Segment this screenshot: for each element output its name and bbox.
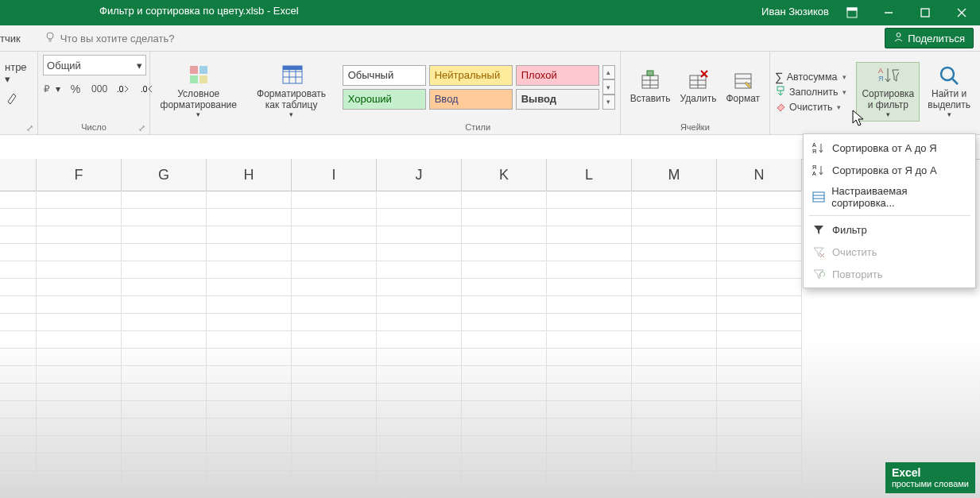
cell[interactable]: [292, 330, 377, 349]
cell[interactable]: [292, 348, 377, 366]
style-normal[interactable]: Обычный: [343, 65, 426, 86]
cell[interactable]: [377, 313, 462, 331]
cell[interactable]: [547, 208, 632, 226]
cell[interactable]: [37, 243, 122, 261]
cell[interactable]: [0, 365, 37, 384]
accounting-format-button[interactable]: ₽▾: [43, 80, 60, 98]
col-header-I[interactable]: I: [292, 159, 377, 191]
cell[interactable]: [717, 261, 802, 279]
cell[interactable]: [0, 191, 37, 209]
cell[interactable]: [0, 208, 37, 226]
cell[interactable]: [0, 295, 37, 314]
cell[interactable]: [547, 453, 632, 471]
cell[interactable]: [632, 400, 717, 419]
cell[interactable]: [37, 365, 122, 384]
col-header-J[interactable]: J: [377, 159, 462, 191]
cell[interactable]: [632, 330, 717, 349]
cell[interactable]: [122, 470, 207, 488]
cell[interactable]: [377, 278, 462, 296]
format-cells-button[interactable]: Формат: [721, 68, 765, 106]
cell[interactable]: [0, 400, 37, 419]
cell[interactable]: [0, 348, 37, 366]
cell[interactable]: [292, 400, 377, 419]
cell[interactable]: [0, 418, 37, 436]
cell[interactable]: [292, 313, 377, 331]
cell[interactable]: [207, 400, 292, 419]
cell[interactable]: [377, 383, 462, 401]
cell[interactable]: [122, 453, 207, 471]
cell[interactable]: [122, 191, 207, 209]
cell[interactable]: [37, 383, 122, 401]
cell[interactable]: [122, 400, 207, 419]
col-header-F[interactable]: F: [37, 159, 122, 191]
cell[interactable]: [377, 348, 462, 366]
cell[interactable]: [292, 191, 377, 209]
cell[interactable]: [632, 313, 717, 331]
fill-button[interactable]: Заполнить▾: [775, 85, 846, 98]
cell[interactable]: [547, 348, 632, 366]
cell[interactable]: [292, 365, 377, 384]
gallery-expand-icon[interactable]: ▾: [602, 95, 615, 110]
cells-grid[interactable]: [0, 191, 802, 498]
cell[interactable]: [292, 470, 377, 488]
cell[interactable]: [37, 313, 122, 331]
cell[interactable]: [717, 365, 802, 384]
cell[interactable]: [632, 418, 717, 436]
cell[interactable]: [207, 435, 292, 454]
cell[interactable]: [462, 453, 547, 471]
cell[interactable]: [122, 313, 207, 331]
cell[interactable]: [717, 400, 802, 419]
cell[interactable]: [462, 226, 547, 244]
cell[interactable]: [462, 208, 547, 226]
cell[interactable]: [462, 261, 547, 279]
minimize-button[interactable]: [870, 0, 907, 25]
cell[interactable]: [547, 400, 632, 419]
cell[interactable]: [547, 313, 632, 331]
cell[interactable]: [717, 470, 802, 488]
center-align-label[interactable]: нтре ▾: [5, 61, 33, 85]
col-header-H[interactable]: H: [207, 159, 292, 191]
cell[interactable]: [37, 470, 122, 488]
dialog-launcher-icon[interactable]: ⤢: [25, 123, 34, 133]
cell[interactable]: [0, 383, 37, 401]
insert-cells-button[interactable]: Вставить: [626, 68, 676, 106]
cell[interactable]: [207, 453, 292, 471]
cell[interactable]: [37, 226, 122, 244]
cell[interactable]: [717, 208, 802, 226]
cell[interactable]: [632, 226, 717, 244]
cell[interactable]: [207, 348, 292, 366]
cell[interactable]: [122, 435, 207, 454]
conditional-formatting-button[interactable]: Условное форматирование ▾: [155, 63, 242, 122]
cell[interactable]: [292, 295, 377, 314]
cell[interactable]: [37, 400, 122, 419]
clear-button[interactable]: Очистить▾: [775, 100, 846, 114]
cell[interactable]: [632, 365, 717, 384]
style-output[interactable]: Вывод: [516, 89, 599, 110]
style-bad[interactable]: Плохой: [516, 65, 599, 86]
cell[interactable]: [122, 261, 207, 279]
cell[interactable]: [717, 435, 802, 454]
cell[interactable]: [717, 313, 802, 331]
cell[interactable]: [292, 226, 377, 244]
cell[interactable]: [547, 365, 632, 384]
cell[interactable]: [122, 226, 207, 244]
cell[interactable]: [717, 330, 802, 349]
cell[interactable]: [37, 435, 122, 454]
cell[interactable]: [547, 330, 632, 349]
cell[interactable]: [207, 488, 292, 498]
format-as-table-button[interactable]: Форматировать как таблицу ▾: [251, 63, 331, 122]
cell[interactable]: [632, 261, 717, 279]
menu-custom-sort[interactable]: Настраиваемая сортировка...: [804, 181, 975, 213]
cell[interactable]: [547, 278, 632, 296]
cell[interactable]: [0, 261, 37, 279]
cell[interactable]: [462, 295, 547, 314]
cell[interactable]: [122, 208, 207, 226]
cell[interactable]: [292, 243, 377, 261]
cell[interactable]: [377, 295, 462, 314]
cell[interactable]: [462, 365, 547, 384]
cell[interactable]: [377, 226, 462, 244]
cell[interactable]: [462, 470, 547, 488]
cell[interactable]: [717, 243, 802, 261]
cell[interactable]: [37, 453, 122, 471]
cell[interactable]: [377, 365, 462, 384]
